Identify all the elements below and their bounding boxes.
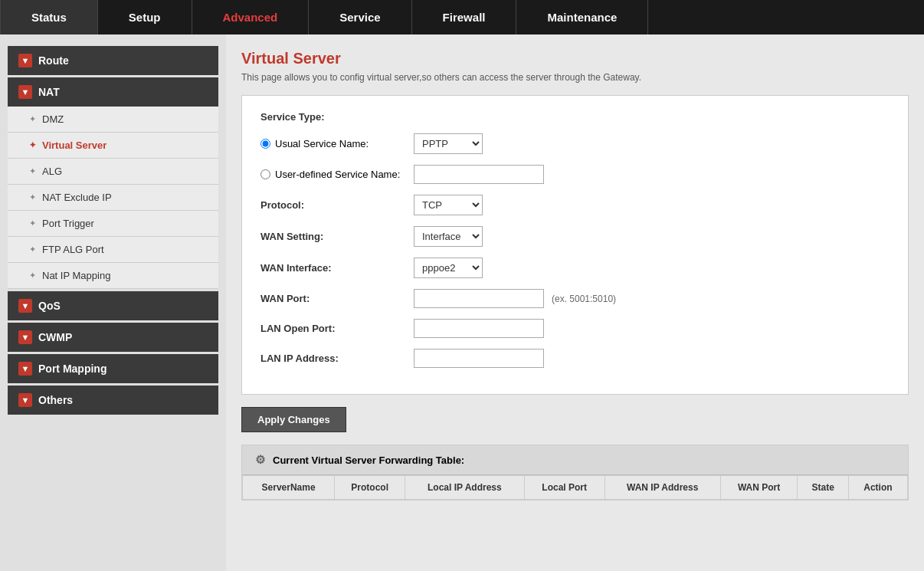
forwarding-table: ServerName Protocol Local IP Address Loc… <box>242 475 908 500</box>
nav-advanced[interactable]: Advanced <box>192 0 310 34</box>
wan-interface-label: WAN Interface: <box>260 262 414 274</box>
alg-dot: ✦ <box>29 166 36 176</box>
dmz-dot: ✦ <box>29 114 36 124</box>
lan-ip-row: LAN IP Address: <box>260 349 890 368</box>
sidebar-header-qos[interactable]: ▼ QoS <box>8 291 218 320</box>
usual-service-label-text: Usual Service Name: <box>275 138 369 149</box>
sidebar-header-route[interactable]: ▼ Route <box>8 46 218 75</box>
nav-service[interactable]: Service <box>309 0 411 34</box>
nat-ip-label: Nat IP Mapping <box>42 270 110 281</box>
sidebar-item-nat-ip-mapping[interactable]: ✦ Nat IP Mapping <box>8 263 218 289</box>
sidebar-header-nat[interactable]: ▼ NAT <box>8 77 218 107</box>
usual-service-select[interactable]: PPTP <box>414 133 483 154</box>
user-defined-label-text: User-defined Service Name: <box>275 169 400 180</box>
col-local-port: Local Port <box>524 476 605 500</box>
usual-service-radio-label[interactable]: Usual Service Name: <box>260 138 414 149</box>
lan-open-port-label: LAN Open Port: <box>260 323 414 334</box>
protocol-row: Protocol: TCP <box>260 195 890 215</box>
col-wan-ip: WAN IP Address <box>605 476 720 500</box>
nav-firewall[interactable]: Firewall <box>412 0 517 34</box>
cwmp-arrow-icon: ▼ <box>18 330 32 344</box>
user-defined-radio[interactable] <box>260 169 270 179</box>
top-navigation: Status Setup Advanced Service Firewall M… <box>0 0 924 34</box>
nat-ip-dot: ✦ <box>29 271 36 281</box>
sidebar-item-alg[interactable]: ✦ ALG <box>8 159 218 185</box>
wan-interface-select[interactable]: pppoe2 <box>414 258 483 278</box>
sidebar-label-others: Others <box>38 394 73 406</box>
gear-icon: ⚙ <box>253 453 267 467</box>
sidebar-label-cwmp: CWMP <box>38 331 72 343</box>
wan-setting-select[interactable]: Interface <box>414 226 483 247</box>
col-action: Action <box>848 476 907 500</box>
virtual-server-form: Service Type: Usual Service Name: PPTP U… <box>241 95 909 395</box>
sidebar-label-port-mapping: Port Mapping <box>38 363 106 375</box>
usual-service-radio[interactable] <box>260 139 270 149</box>
user-defined-input[interactable] <box>414 165 544 184</box>
port-mapping-arrow-icon: ▼ <box>18 362 32 376</box>
col-wan-port: WAN Port <box>720 476 798 500</box>
col-state: State <box>798 476 848 500</box>
sidebar-group-qos: ▼ QoS <box>8 291 218 320</box>
wan-port-label: WAN Port: <box>260 293 414 304</box>
dmz-label: DMZ <box>42 113 64 125</box>
usual-service-row: Usual Service Name: PPTP <box>260 133 890 154</box>
table-header: ⚙ Current Virtual Server Forwarding Tabl… <box>242 445 908 475</box>
forwarding-table-section: ⚙ Current Virtual Server Forwarding Tabl… <box>241 445 909 500</box>
sidebar: ▼ Route ▼ NAT ✦ DMZ ✦ Virtual Server ✦ A… <box>0 34 226 571</box>
wan-setting-row: WAN Setting: Interface <box>260 226 890 247</box>
nav-setup[interactable]: Setup <box>98 0 192 34</box>
table-header-row: ServerName Protocol Local IP Address Loc… <box>243 476 908 500</box>
sidebar-header-port-mapping[interactable]: ▼ Port Mapping <box>8 354 218 383</box>
sidebar-label-route: Route <box>38 54 69 67</box>
sidebar-item-port-trigger[interactable]: ✦ Port Trigger <box>8 211 218 237</box>
service-type-heading: Service Type: <box>260 111 890 123</box>
col-server-name: ServerName <box>243 476 335 500</box>
sidebar-item-ftp-alg-port[interactable]: ✦ FTP ALG Port <box>8 237 218 263</box>
ftp-alg-dot: ✦ <box>29 244 36 254</box>
route-arrow-icon: ▼ <box>18 54 32 67</box>
wan-interface-row: WAN Interface: pppoe2 <box>260 258 890 278</box>
sidebar-item-virtual-server[interactable]: ✦ Virtual Server <box>8 133 218 159</box>
lan-open-port-row: LAN Open Port: 1723 <box>260 319 890 338</box>
sidebar-header-others[interactable]: ▼ Others <box>8 386 218 415</box>
sidebar-group-others: ▼ Others <box>8 386 218 415</box>
virtual-server-label: Virtual Server <box>42 139 106 151</box>
sidebar-label-nat: NAT <box>38 86 60 98</box>
virtual-server-dot: ✦ <box>29 140 36 150</box>
col-protocol: Protocol <box>335 476 405 500</box>
nav-maintenance[interactable]: Maintenance <box>516 0 648 34</box>
lan-ip-label: LAN IP Address: <box>260 353 414 364</box>
ftp-alg-label: FTP ALG Port <box>42 244 104 255</box>
page-description: This page allows you to config virtual s… <box>241 72 909 83</box>
sidebar-item-nat-exclude-ip[interactable]: ✦ NAT Exclude IP <box>8 185 218 211</box>
protocol-select[interactable]: TCP <box>414 195 483 215</box>
nat-arrow-icon: ▼ <box>18 85 32 99</box>
user-defined-radio-label[interactable]: User-defined Service Name: <box>260 169 414 180</box>
sidebar-group-port-mapping: ▼ Port Mapping <box>8 354 218 383</box>
content-area: Virtual Server This page allows you to c… <box>226 34 924 571</box>
others-arrow-icon: ▼ <box>18 393 32 407</box>
table-title: Current Virtual Server Forwarding Table: <box>273 455 464 466</box>
protocol-label: Protocol: <box>260 199 414 211</box>
sidebar-label-qos: QoS <box>38 300 61 312</box>
sidebar-group-cwmp: ▼ CWMP <box>8 323 218 352</box>
wan-port-hint: (ex. 5001:5010) <box>552 294 616 304</box>
qos-arrow-icon: ▼ <box>18 299 32 313</box>
sidebar-header-cwmp[interactable]: ▼ CWMP <box>8 323 218 352</box>
alg-label: ALG <box>42 166 62 177</box>
wan-setting-label: WAN Setting: <box>260 231 414 242</box>
wan-port-input[interactable]: 1723 <box>414 289 544 308</box>
lan-open-port-input[interactable]: 1723 <box>414 319 544 338</box>
lan-ip-input[interactable] <box>414 349 544 368</box>
apply-changes-button[interactable]: Apply Changes <box>241 407 346 432</box>
page-title: Virtual Server <box>241 50 909 67</box>
col-local-ip: Local IP Address <box>405 476 524 500</box>
sidebar-group-route: ▼ Route <box>8 46 218 75</box>
nat-exclude-dot: ✦ <box>29 192 36 202</box>
wan-port-row: WAN Port: 1723 (ex. 5001:5010) <box>260 289 890 308</box>
user-defined-row: User-defined Service Name: <box>260 165 890 184</box>
port-trigger-dot: ✦ <box>29 218 36 228</box>
nav-status[interactable]: Status <box>0 0 98 34</box>
sidebar-group-nat: ▼ NAT ✦ DMZ ✦ Virtual Server ✦ ALG ✦ NAT… <box>8 77 218 289</box>
sidebar-item-dmz[interactable]: ✦ DMZ <box>8 107 218 133</box>
